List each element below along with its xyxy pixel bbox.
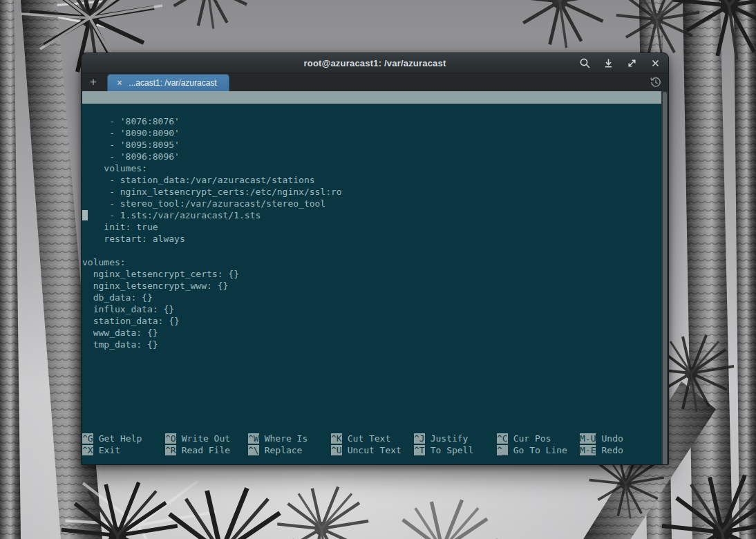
- editor-line: - '8095:8095': [82, 139, 662, 151]
- shortcut-label: Go To Line: [513, 445, 567, 455]
- tab-label: ...acast1: /var/azuracast: [126, 78, 229, 88]
- nano-shortcut: ^\Replace: [248, 444, 302, 456]
- shortcut-label: Uncut Text: [348, 445, 401, 455]
- nano-shortcut: ^XExit: [82, 444, 120, 456]
- nano-shortcut-row-2: ^XExit^RRead File^\Replace^UUncut Text^T…: [82, 444, 662, 456]
- editor-line: tmp_data: {}: [82, 339, 662, 350]
- terminal-screen[interactable]: docker-compose.yml GNU nano 2.9.3 - '807…: [82, 91, 668, 465]
- shortcut-key: ^G: [82, 433, 93, 444]
- shortcut-label: Undo: [601, 433, 623, 444]
- shortcut-key: ^K: [331, 433, 342, 444]
- editor-line: influx_data: {}: [82, 303, 662, 315]
- nano-shortcut-row-1: ^GGet Help^OWrite Out^WWhere Is^KCut Tex…: [82, 433, 662, 444]
- editor-line: - 1.sts:/var/azuracast/1.sts: [82, 209, 662, 221]
- editor-line: restart: always: [82, 233, 662, 245]
- shortcut-label: Where Is: [265, 433, 308, 444]
- history-clock-icon[interactable]: [650, 76, 662, 88]
- nano-shortcut: ^OWrite Out: [165, 433, 230, 444]
- text-cursor: [82, 210, 88, 220]
- nano-shortcut: ^_Go To Line: [497, 444, 567, 456]
- shortcut-label: Cur Pos: [513, 433, 551, 444]
- editor-line: volumes:: [82, 162, 662, 174]
- terminal-window: root@azuracast1: /var/azuracast + × ...a…: [81, 53, 669, 465]
- editor-line: nginx_letsencrypt_certs: {}: [82, 268, 662, 280]
- close-icon[interactable]: [650, 57, 661, 69]
- editor-line: - stereo_tool:/var/azuracast/stereo_tool: [82, 198, 662, 209]
- editor-line: - nginx_letsencrypt_certs:/etc/nginx/ssl…: [82, 186, 662, 198]
- shortcut-key: ^T: [414, 445, 425, 455]
- scrollbar-thumb[interactable]: [663, 92, 667, 465]
- window-titlebar[interactable]: root@azuracast1: /var/azuracast: [82, 53, 668, 73]
- nano-shortcut: M-ERedo: [580, 444, 623, 456]
- editor-line: [82, 245, 662, 256]
- shortcut-key: ^\: [248, 445, 259, 455]
- editor-line: nginx_letsencrypt_www: {}: [82, 280, 662, 292]
- scrollbar: [661, 91, 668, 465]
- search-icon[interactable]: [579, 57, 591, 69]
- shortcut-label: Exit: [99, 445, 120, 455]
- shortcut-label: Replace: [265, 445, 303, 455]
- shortcut-label: To Spell: [431, 445, 474, 455]
- editor-line: init: true: [82, 221, 662, 233]
- shortcut-key: ^O: [165, 433, 176, 444]
- shortcut-key: ^U: [331, 445, 342, 455]
- shortcut-key: ^C: [497, 433, 508, 444]
- nano-shortcut: ^CCur Pos: [497, 433, 551, 444]
- shortcut-key: M-U: [580, 433, 596, 444]
- shortcut-key: M-E: [580, 445, 596, 455]
- nano-titlebar: docker-compose.yml GNU nano 2.9.3: [82, 91, 662, 104]
- shortcut-key: ^W: [248, 433, 259, 444]
- tab-active[interactable]: × ...acast1: /var/azuracast: [107, 74, 229, 91]
- shortcut-key: ^R: [165, 445, 176, 455]
- editor-line: [82, 104, 662, 115]
- download-icon[interactable]: [603, 57, 614, 69]
- nano-shortcut: ^GGet Help: [82, 433, 142, 444]
- nano-shortcut: M-UUndo: [580, 433, 623, 444]
- shortcut-label: Redo: [601, 445, 623, 455]
- shortcut-key: ^_: [497, 445, 508, 455]
- tab-close-icon[interactable]: ×: [113, 78, 126, 88]
- tab-bar: + × ...acast1: /var/azuracast: [82, 73, 668, 91]
- nano-shortcut: ^RRead File: [165, 444, 230, 456]
- shortcut-label: Write Out: [182, 433, 230, 444]
- editor-line: - '8090:8090': [82, 127, 662, 139]
- nano-shortcut: ^TTo Spell: [414, 444, 473, 456]
- unmaximize-icon[interactable]: [626, 57, 638, 69]
- nano-shortcut: ^WWhere Is: [248, 433, 308, 444]
- editor-line: station_data: {}: [82, 315, 662, 327]
- shortcut-label: Justify: [431, 433, 469, 444]
- shortcut-label: Cut Text: [348, 433, 391, 444]
- editor-line: - '8096:8096': [82, 151, 662, 162]
- editor-line: volumes:: [82, 256, 662, 268]
- shortcut-label: Read File: [182, 445, 230, 455]
- nano-shortcut: ^UUncut Text: [331, 444, 401, 456]
- editor-line: www_data: {}: [82, 327, 662, 339]
- editor-line: - station_data:/var/azuracast/stations: [82, 174, 662, 186]
- nano-shortcut: ^KCut Text: [331, 433, 390, 444]
- editor-text: - '8076:8076' - '8090:8090' - '8095:8095…: [82, 104, 662, 350]
- editor-line: db_data: {}: [82, 292, 662, 303]
- shortcut-key: ^X: [82, 445, 93, 455]
- shortcut-label: Get Help: [99, 433, 142, 444]
- editor-line: - '8076:8076': [82, 115, 662, 127]
- new-tab-button[interactable]: +: [86, 75, 101, 89]
- nano-shortcut: ^JJustify: [414, 433, 468, 444]
- shortcut-key: ^J: [414, 433, 425, 444]
